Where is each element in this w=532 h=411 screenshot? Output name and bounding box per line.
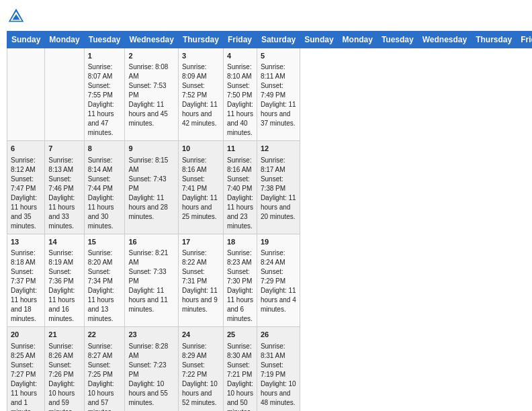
header-saturday: Saturday bbox=[257, 32, 300, 48]
day-info: Daylight: 11 hours and 30 minutes. bbox=[88, 193, 122, 231]
day-info: Sunset: 7:43 PM bbox=[128, 175, 174, 193]
calendar-cell: 14Sunrise: 8:19 AMSunset: 7:36 PMDayligh… bbox=[45, 234, 84, 326]
day-number: 11 bbox=[227, 144, 253, 154]
day-info: Sunrise: 8:30 AM bbox=[227, 342, 253, 361]
day-info: Daylight: 10 hours and 48 minutes. bbox=[261, 379, 296, 408]
day-number: 26 bbox=[261, 330, 296, 340]
calendar-cell: 9Sunrise: 8:15 AMSunset: 7:43 PMDaylight… bbox=[125, 141, 178, 234]
day-info: Sunset: 7:27 PM bbox=[11, 361, 41, 379]
header-wednesday: Wednesday bbox=[418, 32, 471, 48]
day-info: Daylight: 11 hours and 16 minutes. bbox=[48, 286, 80, 324]
logo-icon bbox=[7, 7, 26, 26]
day-info: Daylight: 11 hours and 6 minutes. bbox=[227, 286, 253, 324]
header-friday: Friday bbox=[223, 32, 257, 48]
day-info: Sunrise: 8:25 AM bbox=[11, 342, 41, 361]
day-info: Daylight: 11 hours and 25 minutes. bbox=[182, 193, 220, 222]
day-info: Sunset: 7:22 PM bbox=[182, 361, 220, 379]
day-info: Sunrise: 8:21 AM bbox=[128, 248, 174, 267]
day-info: Sunset: 7:47 PM bbox=[11, 175, 41, 193]
day-number: 21 bbox=[48, 330, 80, 340]
day-info: Sunset: 7:36 PM bbox=[48, 267, 80, 286]
day-info: Sunset: 7:26 PM bbox=[48, 361, 80, 379]
day-info: Sunrise: 8:18 AM bbox=[11, 248, 41, 267]
calendar-cell: 5Sunrise: 8:11 AMSunset: 7:49 PMDaylight… bbox=[257, 48, 300, 141]
day-number: 17 bbox=[182, 237, 220, 247]
day-info: Daylight: 11 hours and 9 minutes. bbox=[182, 286, 220, 314]
day-info: Sunset: 7:33 PM bbox=[128, 267, 174, 286]
day-info: Daylight: 11 hours and 35 minutes. bbox=[11, 193, 41, 231]
day-number: 6 bbox=[11, 144, 41, 154]
calendar-cell: 24Sunrise: 8:29 AMSunset: 7:22 PMDayligh… bbox=[178, 327, 223, 411]
day-number: 2 bbox=[128, 51, 174, 61]
day-info: Sunset: 7:44 PM bbox=[88, 175, 122, 193]
day-info: Daylight: 11 hours and 23 minutes. bbox=[227, 193, 253, 231]
day-info: Daylight: 10 hours and 55 minutes. bbox=[128, 379, 174, 408]
day-info: Sunset: 7:31 PM bbox=[182, 267, 220, 286]
day-number: 19 bbox=[261, 237, 296, 247]
calendar-cell: 13Sunrise: 8:18 AMSunset: 7:37 PMDayligh… bbox=[7, 234, 45, 326]
day-info: Sunset: 7:19 PM bbox=[261, 361, 296, 379]
day-info: Sunset: 7:52 PM bbox=[182, 81, 220, 100]
day-info: Daylight: 11 hours and 11 minutes. bbox=[128, 286, 174, 314]
day-info: Sunrise: 8:24 AM bbox=[261, 248, 296, 267]
day-number: 23 bbox=[128, 330, 174, 340]
day-info: Daylight: 10 hours and 50 minutes. bbox=[227, 379, 253, 411]
day-info: Daylight: 11 hours and 13 minutes. bbox=[88, 286, 122, 324]
day-number: 9 bbox=[128, 144, 174, 154]
page-header bbox=[7, 7, 525, 26]
day-info: Sunset: 7:55 PM bbox=[88, 81, 122, 100]
day-info: Sunrise: 8:13 AM bbox=[48, 156, 80, 175]
day-number: 16 bbox=[128, 237, 174, 247]
calendar-week-row: 20Sunrise: 8:25 AMSunset: 7:27 PMDayligh… bbox=[7, 327, 533, 411]
calendar-cell: 15Sunrise: 8:20 AMSunset: 7:34 PMDayligh… bbox=[84, 234, 125, 326]
day-info: Daylight: 10 hours and 52 minutes. bbox=[182, 379, 220, 408]
header-friday: Friday bbox=[517, 32, 532, 48]
calendar-cell: 3Sunrise: 8:09 AMSunset: 7:52 PMDaylight… bbox=[178, 48, 223, 141]
header-sunday: Sunday bbox=[7, 32, 45, 48]
day-info: Sunrise: 8:20 AM bbox=[88, 248, 122, 267]
day-info: Sunset: 7:23 PM bbox=[128, 361, 174, 379]
day-number: 4 bbox=[227, 51, 253, 61]
day-number: 8 bbox=[88, 144, 122, 154]
calendar-week-row: 6Sunrise: 8:12 AMSunset: 7:47 PMDaylight… bbox=[7, 141, 533, 234]
day-info: Sunset: 7:30 PM bbox=[227, 267, 253, 286]
day-info: Sunrise: 8:15 AM bbox=[128, 156, 174, 175]
calendar-cell: 20Sunrise: 8:25 AMSunset: 7:27 PMDayligh… bbox=[7, 327, 45, 411]
header-monday: Monday bbox=[338, 32, 377, 48]
day-info: Daylight: 10 hours and 59 minutes. bbox=[48, 379, 80, 411]
calendar-cell: 23Sunrise: 8:28 AMSunset: 7:23 PMDayligh… bbox=[125, 327, 178, 411]
calendar-cell: 22Sunrise: 8:27 AMSunset: 7:25 PMDayligh… bbox=[84, 327, 125, 411]
day-info: Daylight: 11 hours and 42 minutes. bbox=[182, 100, 220, 128]
calendar-cell: 2Sunrise: 8:08 AMSunset: 7:53 PMDaylight… bbox=[125, 48, 178, 141]
day-info: Sunset: 7:46 PM bbox=[48, 175, 80, 193]
day-info: Sunrise: 8:16 AM bbox=[182, 156, 220, 175]
day-info: Sunset: 7:21 PM bbox=[227, 361, 253, 379]
calendar-cell: 16Sunrise: 8:21 AMSunset: 7:33 PMDayligh… bbox=[125, 234, 178, 326]
calendar-cell: 21Sunrise: 8:26 AMSunset: 7:26 PMDayligh… bbox=[45, 327, 84, 411]
day-info: Sunset: 7:50 PM bbox=[227, 81, 253, 100]
calendar-cell: 12Sunrise: 8:17 AMSunset: 7:38 PMDayligh… bbox=[257, 141, 300, 234]
day-number: 22 bbox=[88, 330, 122, 340]
day-info: Sunset: 7:53 PM bbox=[128, 81, 174, 100]
day-info: Daylight: 11 hours and 18 minutes. bbox=[11, 286, 41, 324]
day-info: Sunset: 7:49 PM bbox=[261, 81, 296, 100]
day-number: 24 bbox=[182, 330, 220, 340]
calendar-cell bbox=[7, 48, 45, 141]
day-info: Sunset: 7:38 PM bbox=[261, 175, 296, 193]
day-info: Sunrise: 8:12 AM bbox=[11, 156, 41, 175]
day-info: Sunrise: 8:11 AM bbox=[261, 62, 296, 81]
calendar-week-row: 13Sunrise: 8:18 AMSunset: 7:37 PMDayligh… bbox=[7, 234, 533, 326]
logo bbox=[7, 7, 27, 26]
day-number: 5 bbox=[261, 51, 296, 61]
calendar-cell: 17Sunrise: 8:22 AMSunset: 7:31 PMDayligh… bbox=[178, 234, 223, 326]
day-info: Sunset: 7:34 PM bbox=[88, 267, 122, 286]
day-number: 14 bbox=[48, 237, 80, 247]
day-info: Sunrise: 8:31 AM bbox=[261, 342, 296, 361]
day-info: Sunrise: 8:26 AM bbox=[48, 342, 80, 361]
day-number: 7 bbox=[48, 144, 80, 154]
day-info: Sunset: 7:37 PM bbox=[11, 267, 41, 286]
day-info: Sunrise: 8:10 AM bbox=[227, 62, 253, 81]
day-info: Sunrise: 8:16 AM bbox=[227, 156, 253, 175]
day-number: 3 bbox=[182, 51, 220, 61]
calendar-cell: 8Sunrise: 8:14 AMSunset: 7:44 PMDaylight… bbox=[84, 141, 125, 234]
